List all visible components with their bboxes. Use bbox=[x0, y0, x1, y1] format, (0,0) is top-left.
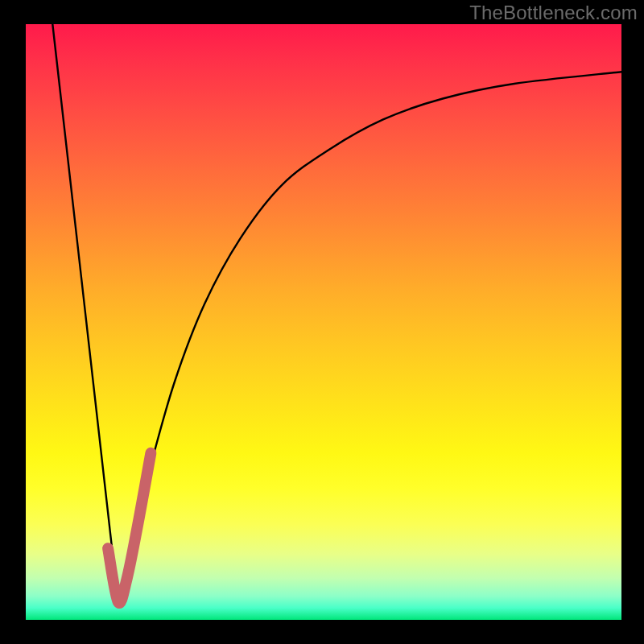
left-slope-curve bbox=[52, 24, 118, 602]
right-log-curve bbox=[118, 72, 621, 602]
curve-layer bbox=[0, 0, 644, 644]
chart-frame: TheBottleneck.com bbox=[0, 0, 644, 644]
watermark-text: TheBottleneck.com bbox=[469, 2, 638, 24]
highlight-hook bbox=[108, 453, 151, 603]
